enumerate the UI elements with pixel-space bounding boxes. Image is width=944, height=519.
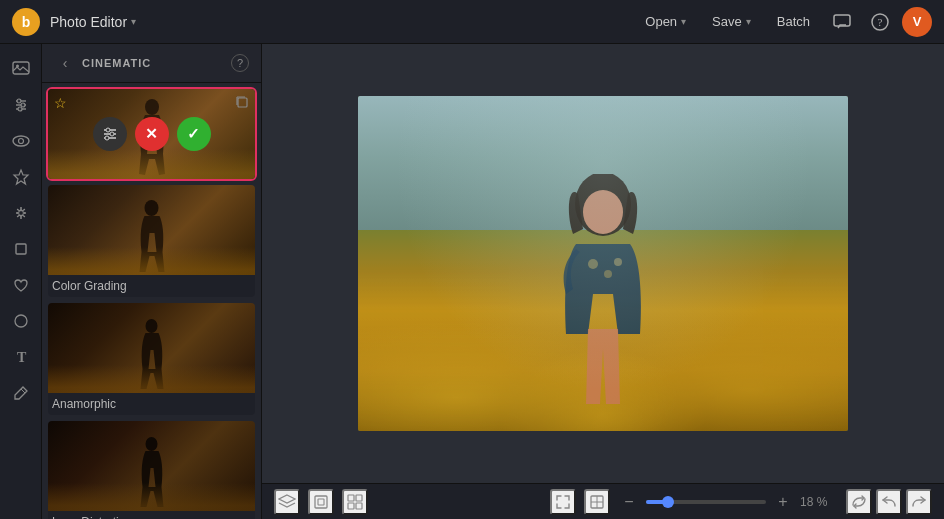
svg-rect-38 bbox=[356, 495, 362, 501]
svg-line-17 bbox=[21, 389, 25, 393]
preset-thumb-color-grading bbox=[48, 185, 255, 275]
shape-icon-button[interactable] bbox=[6, 306, 36, 336]
help-icon-button[interactable]: ? bbox=[864, 6, 896, 38]
preset-label-anamorphic: Anamorphic bbox=[48, 393, 255, 415]
svg-marker-13 bbox=[14, 170, 28, 184]
svg-point-4 bbox=[16, 65, 19, 68]
panel-header: ‹ CINEMATIC ? bbox=[42, 44, 261, 83]
heart-icon-button[interactable] bbox=[6, 270, 36, 300]
open-button[interactable]: Open ▾ bbox=[635, 9, 696, 34]
app-title: Photo Editor bbox=[50, 14, 127, 30]
svg-point-22 bbox=[106, 128, 110, 132]
bottombar: − + 18 % bbox=[262, 483, 944, 519]
svg-rect-14 bbox=[16, 244, 26, 254]
preset-card-lens-distortion[interactable]: Lens Distortion bbox=[48, 421, 255, 519]
adjust-icon-button[interactable] bbox=[6, 90, 36, 120]
preset-card-anamorphic[interactable]: Anamorphic bbox=[48, 303, 255, 415]
zoom-fit-button[interactable] bbox=[584, 489, 610, 515]
app-title-area: Photo Editor ▾ bbox=[50, 14, 136, 30]
svg-rect-37 bbox=[348, 495, 354, 501]
zoom-slider[interactable] bbox=[646, 500, 766, 504]
main-area: T ‹ CINEMATIC ? bbox=[0, 44, 944, 519]
fit-to-screen-button[interactable] bbox=[550, 489, 576, 515]
svg-point-15 bbox=[15, 315, 27, 327]
preset-controls: ✕ ✓ bbox=[48, 89, 255, 179]
panel-info-button[interactable]: ? bbox=[231, 54, 249, 72]
topnav-actions: Open ▾ Save ▾ Batch ? V bbox=[635, 6, 932, 38]
svg-point-9 bbox=[21, 103, 25, 107]
preset-accept-button[interactable]: ✓ bbox=[177, 117, 211, 151]
presets-list: ✕ ✓ ☆ Color Grading bbox=[42, 83, 261, 519]
presets-panel: ‹ CINEMATIC ? bbox=[42, 44, 262, 519]
crop-icon-button[interactable] bbox=[6, 234, 36, 264]
zoom-slider-thumb bbox=[662, 496, 674, 508]
svg-rect-39 bbox=[348, 503, 354, 509]
image-icon-button[interactable] bbox=[6, 54, 36, 84]
svg-point-28 bbox=[145, 437, 157, 451]
grid-icon-button[interactable] bbox=[342, 489, 368, 515]
svg-point-26 bbox=[144, 200, 158, 216]
star-icon-button[interactable] bbox=[6, 162, 36, 192]
repeat-button[interactable] bbox=[846, 489, 872, 515]
panel-title: CINEMATIC bbox=[82, 57, 151, 69]
photo-canvas bbox=[358, 96, 848, 431]
redo-button[interactable] bbox=[906, 489, 932, 515]
svg-rect-36 bbox=[318, 499, 324, 505]
title-chevron[interactable]: ▾ bbox=[131, 16, 136, 27]
svg-rect-25 bbox=[238, 98, 247, 107]
chat-icon-button[interactable] bbox=[826, 6, 858, 38]
preset-label-lens-distortion: Lens Distortion bbox=[48, 511, 255, 519]
preset-copy-icon bbox=[235, 95, 249, 112]
preset-settings-button[interactable] bbox=[93, 117, 127, 151]
svg-point-8 bbox=[17, 99, 21, 103]
undo-button[interactable] bbox=[876, 489, 902, 515]
svg-text:?: ? bbox=[878, 16, 883, 28]
save-button[interactable]: Save ▾ bbox=[702, 9, 761, 34]
user-avatar[interactable]: V bbox=[902, 7, 932, 37]
left-iconbar: T bbox=[0, 44, 42, 519]
bottombar-right bbox=[846, 489, 932, 515]
topnav: b Photo Editor ▾ Open ▾ Save ▾ Batch ? V bbox=[0, 0, 944, 44]
view-icon-button[interactable] bbox=[6, 126, 36, 156]
zoom-minus-button[interactable]: − bbox=[618, 491, 640, 513]
preset-thumb-anamorphic bbox=[48, 303, 255, 393]
svg-point-23 bbox=[110, 132, 114, 136]
svg-rect-35 bbox=[315, 496, 327, 508]
preset-thumb-lens-distortion bbox=[48, 421, 255, 511]
app-logo[interactable]: b bbox=[12, 8, 40, 36]
export-icon-button[interactable] bbox=[308, 489, 334, 515]
zoom-percent-label: 18 % bbox=[800, 495, 830, 509]
photo-background bbox=[358, 96, 848, 431]
svg-point-27 bbox=[145, 319, 157, 333]
svg-rect-40 bbox=[356, 503, 362, 509]
svg-point-10 bbox=[18, 107, 22, 111]
preset-card-color-grading[interactable]: Color Grading bbox=[48, 185, 255, 297]
batch-button[interactable]: Batch bbox=[767, 9, 820, 34]
canvas-area: − + 18 % bbox=[262, 44, 944, 519]
preset-star-icon: ☆ bbox=[54, 95, 67, 111]
text-icon-button[interactable]: T bbox=[6, 342, 36, 372]
svg-point-12 bbox=[18, 139, 23, 144]
preset-reject-button[interactable]: ✕ bbox=[135, 117, 169, 151]
zoom-plus-button[interactable]: + bbox=[772, 491, 794, 513]
preset-label-color-grading: Color Grading bbox=[48, 275, 255, 297]
svg-point-24 bbox=[105, 136, 109, 140]
svg-point-11 bbox=[13, 136, 29, 146]
panel-back-button[interactable]: ‹ bbox=[54, 52, 76, 74]
layers-icon-button[interactable] bbox=[274, 489, 300, 515]
canvas-main bbox=[262, 44, 944, 483]
magic-icon-button[interactable] bbox=[6, 198, 36, 228]
zoom-controls: − + 18 % bbox=[618, 491, 830, 513]
svg-text:T: T bbox=[17, 350, 27, 365]
preset-card-active[interactable]: ✕ ✓ ☆ bbox=[48, 89, 255, 179]
brush-icon-button[interactable] bbox=[6, 378, 36, 408]
